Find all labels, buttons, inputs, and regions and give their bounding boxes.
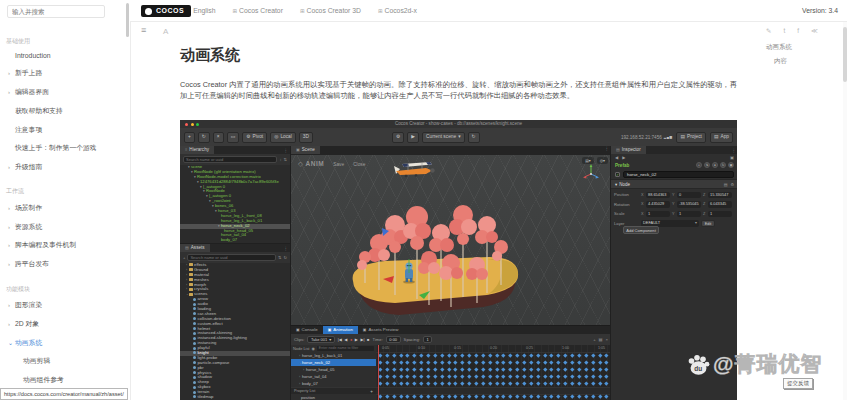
rect-tool-icon[interactable]: ▭	[227, 132, 240, 143]
assets-search-input[interactable]: Search name or uuid	[187, 254, 276, 261]
tab-scene[interactable]: ▣Scene	[291, 146, 320, 154]
toc-item[interactable]: 内容	[766, 54, 792, 68]
timeline-node-row[interactable]: ›body_07	[291, 380, 376, 387]
zoom-window-icon[interactable]	[196, 123, 199, 126]
bottom-tab[interactable]: ▣Console	[291, 326, 323, 334]
panel-menu-icon[interactable]: ⋮	[284, 246, 289, 251]
search-input[interactable]	[7, 5, 105, 18]
forward-icon[interactable]: ▶	[622, 155, 625, 160]
stop-button[interactable]: ■	[367, 337, 369, 342]
gear-icon[interactable]: ⚙	[730, 182, 734, 187]
play-button[interactable]: ▶	[407, 132, 419, 143]
sidebar-item[interactable]: 获取帮助和支持	[0, 101, 127, 120]
z-value-input[interactable]: 15.330547	[708, 192, 732, 199]
axis-gizmo[interactable]	[581, 163, 601, 183]
timeline-node-row[interactable]: ›horse_leg_L_back_01	[291, 352, 376, 359]
sidebar-item[interactable]: ›图形渲染	[0, 296, 127, 315]
pin-icon[interactable]: ◉	[311, 346, 314, 351]
pivot-toggle[interactable]: ⚙Pivot	[242, 132, 267, 143]
anim-save-button[interactable]: Save	[333, 162, 344, 167]
node-section-header[interactable]: ▾ Node ▤ ⚙	[611, 179, 737, 189]
timeline-node-row[interactable]: ⌄horse_neck_02	[291, 359, 376, 366]
sidebar-item[interactable]: ›脚本编程及事件机制	[0, 236, 127, 255]
add-asset-icon[interactable]: +	[183, 255, 185, 260]
sidebar-item[interactable]: 功能模块	[8, 285, 127, 294]
y-value-input[interactable]: -38.535045	[677, 201, 701, 208]
sort-icon[interactable]: ⇅	[278, 255, 282, 260]
prefab-sync-icon[interactable]: ⇅	[704, 162, 710, 168]
x-value-input[interactable]: 1	[646, 211, 670, 218]
font-size-icon[interactable]: A	[163, 27, 168, 36]
back-icon[interactable]: ◀	[615, 155, 618, 160]
feedback-button[interactable]: 提交反馈	[783, 378, 813, 389]
header-link[interactable]: ⊞Cocos Creator	[232, 7, 282, 14]
anim-close-button[interactable]: Close	[353, 162, 365, 167]
spacing-input[interactable]: 1	[423, 336, 432, 343]
x-value-input[interactable]: 4.435029	[646, 201, 670, 208]
sidebar-item[interactable]: 动画剪辑	[0, 352, 127, 371]
sidebar-scrollbar[interactable]	[126, 3, 129, 37]
y-value-input[interactable]: 0	[677, 192, 701, 199]
sidebar-item[interactable]: ›资源系统	[0, 217, 127, 236]
prefab-unlink-icon[interactable]: ▣	[728, 162, 734, 168]
panel-menu-icon[interactable]: ⋮	[605, 146, 610, 151]
close-window-icon[interactable]	[185, 123, 188, 126]
tab-assets[interactable]: ▤Assets	[180, 244, 210, 252]
minimize-window-icon[interactable]	[191, 123, 194, 126]
bottom-tab[interactable]: ▣Animation	[323, 326, 358, 334]
asset-item[interactable]: tiledmap	[180, 395, 290, 400]
open-app-button[interactable]: ▤App	[710, 132, 733, 143]
time-input[interactable]: 0:00	[386, 336, 401, 343]
tree-node[interactable]: ▾12476431d2884f7948b0c7a7ac89e605f3e	[180, 180, 290, 185]
sidebar-item[interactable]: ›升级指南	[0, 158, 127, 177]
local-toggle[interactable]: ◎Local	[270, 132, 296, 143]
edit-icon[interactable]: ✎	[766, 27, 771, 35]
sidebar-item[interactable]: 快速上手：制作第一个游戏	[0, 139, 127, 158]
play-anim-button[interactable]: ▶	[355, 337, 358, 342]
sidebar-item[interactable]: ›新手上路	[0, 64, 127, 83]
scene-viewport[interactable]: ◇ ANIM Save Close ▤▾ ◎▾	[290, 155, 611, 325]
sidebar-item[interactable]: ›场景制作	[0, 198, 127, 217]
rotate-tool-icon[interactable]: ↻	[198, 132, 210, 143]
record-button[interactable]: ●	[350, 337, 352, 342]
lock-icon[interactable]: ▣	[730, 155, 734, 160]
preview-settings-button[interactable]: ⚙	[392, 132, 404, 143]
sidebar-item[interactable]: 动画组件参考	[0, 371, 127, 388]
prefab-add-icon[interactable]: +	[696, 162, 702, 168]
add-property-icon[interactable]: +	[370, 389, 373, 394]
jump-start-button[interactable]: |◀	[338, 337, 342, 342]
sort-icon[interactable]: ⇅	[283, 157, 287, 162]
playhead[interactable]	[378, 345, 379, 400]
keyframe-grid-position[interactable]	[376, 393, 611, 400]
tab-hierarchy[interactable]: ≡Hierarchy	[180, 146, 214, 154]
hierarchy-search-input[interactable]: Search name or uuid	[183, 156, 277, 163]
x-value-input[interactable]: 88.654363	[646, 192, 670, 199]
sidebar-item[interactable]: ⌄动画系统	[0, 333, 127, 352]
sidebar-item[interactable]: ›跨平台发布	[0, 255, 127, 274]
prefab-locate-icon[interactable]: ●	[712, 162, 718, 168]
timeline-node-row[interactable]: ›horse_tail_04	[291, 373, 376, 380]
property-row[interactable]: position	[291, 394, 376, 400]
open-project-button[interactable]: ▤Project	[676, 132, 705, 143]
page-scrollbar[interactable]	[843, 22, 847, 400]
clip-dropdown[interactable]: Take 001▾	[307, 336, 334, 343]
header-link[interactable]: ⊞Cocos2d-x	[378, 7, 417, 14]
preview-target-dropdown[interactable]: Current scene▾	[422, 132, 465, 143]
3d-toggle[interactable]: 3D	[299, 132, 313, 143]
timeline-track-area[interactable]: 0:050:100:150:200:251:001:05	[376, 345, 611, 400]
sidebar-item[interactable]: 注意事项	[0, 120, 127, 139]
tab-inspector[interactable]: ▤Inspector	[611, 146, 646, 154]
expand-icon[interactable]: ↕	[279, 157, 281, 162]
facebook-icon[interactable]: f	[797, 27, 799, 35]
share-icon[interactable]: ≪	[811, 27, 818, 35]
add-component-button[interactable]: Add Component	[623, 226, 659, 234]
panel-menu-icon[interactable]: ⋮	[284, 148, 289, 153]
node-active-checkbox[interactable]: ✓	[615, 172, 620, 177]
bottom-tab[interactable]: ▣Assets Preview	[358, 326, 404, 334]
add-event-icon[interactable]: +	[593, 337, 595, 342]
sidebar-item[interactable]: 工作流	[8, 187, 127, 196]
toc-item[interactable]: 动画系统	[766, 40, 792, 54]
scale-tool-icon[interactable]: ×	[213, 132, 224, 143]
keyframe-grid[interactable]	[376, 352, 611, 387]
cocos-logo[interactable]: COCOS	[141, 5, 191, 17]
